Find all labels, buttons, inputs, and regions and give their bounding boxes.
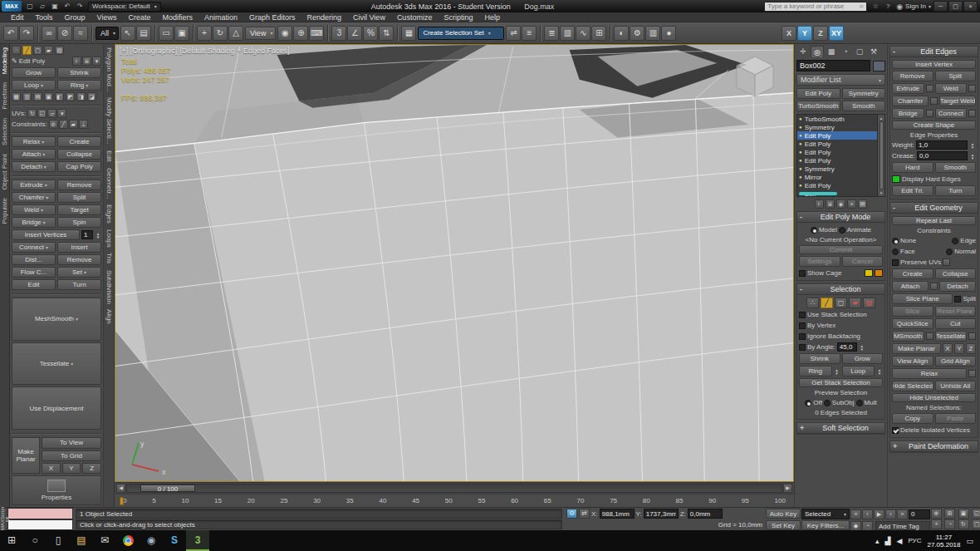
modifier-stack-item[interactable]: ● Edit Poly bbox=[797, 148, 877, 156]
spinner[interactable]: ▴▾ bbox=[95, 232, 101, 239]
unhide-all-button[interactable]: Unhide All bbox=[935, 381, 977, 391]
workspace-dropdown[interactable]: Workspace: Default ▾ bbox=[88, 2, 161, 12]
unwrap-uvw-icon[interactable]: ▱ bbox=[47, 109, 56, 118]
next-frame-icon[interactable]: › bbox=[885, 509, 896, 519]
ignore-backfacing-checkbox[interactable] bbox=[799, 333, 806, 340]
show-cage-checkbox[interactable] bbox=[799, 270, 806, 277]
constraint-none-icon[interactable]: ⊘ bbox=[49, 120, 58, 129]
time-slider-handle[interactable]: 0 / 100 bbox=[140, 485, 195, 492]
time-configuration-icon[interactable]: ◔ bbox=[862, 521, 873, 531]
modifier-set-button[interactable]: Symmetry bbox=[842, 88, 886, 99]
modifier-stack[interactable]: ● TurboSmooth ● Symmetry ● Edit Poly ● E… bbox=[797, 115, 877, 196]
show-end-result-icon[interactable]: ≣ bbox=[826, 199, 835, 209]
menu-item[interactable]: Scripting bbox=[438, 12, 478, 22]
polygon-subobject-icon[interactable]: ▰ bbox=[849, 298, 861, 308]
align-icon[interactable]: ≡ bbox=[522, 26, 537, 41]
time-slider-track[interactable]: 0 / 100 bbox=[126, 484, 782, 493]
menu-item[interactable]: Rendering bbox=[301, 12, 348, 22]
percent-snap-icon[interactable]: % bbox=[363, 26, 378, 41]
mirror-icon[interactable]: ⇌ bbox=[506, 26, 521, 41]
keyboard-shortcut-override-icon[interactable]: ⌨ bbox=[309, 26, 324, 41]
distance-connect-button[interactable]: Dist... bbox=[12, 254, 56, 265]
view-align-button[interactable]: View Align bbox=[892, 356, 933, 367]
by-vertex-checkbox[interactable] bbox=[799, 322, 806, 329]
select-object-icon[interactable]: ↖ bbox=[120, 26, 135, 41]
edge-mode-icon[interactable]: ╱ bbox=[22, 46, 32, 55]
collapse-stack-mini-icon[interactable]: ▾ bbox=[92, 57, 101, 66]
constraint-none-radio[interactable] bbox=[892, 238, 899, 244]
constraint-normal-radio[interactable] bbox=[946, 248, 953, 255]
tweak-uv-icon[interactable]: ↻ bbox=[27, 109, 37, 118]
track-bar[interactable]: 0510152025303540455055606570758085909510… bbox=[115, 494, 794, 507]
align-to-view-button[interactable]: To View bbox=[42, 437, 101, 449]
extrude-settings-icon[interactable] bbox=[926, 85, 933, 92]
extrude-button[interactable]: Extrude▾ bbox=[12, 180, 56, 190]
infocenter-help-icon[interactable]: ? bbox=[882, 2, 894, 12]
new-scene-icon[interactable]: ▢ bbox=[24, 2, 36, 12]
bridge-edge-button[interactable]: Bridge bbox=[892, 108, 924, 119]
model-mode-radio[interactable] bbox=[811, 227, 817, 234]
menu-item[interactable]: Views bbox=[91, 12, 123, 22]
infocenter-star-icon[interactable]: ☆ bbox=[870, 2, 881, 12]
modifier-stack-item[interactable]: ● Symmetry bbox=[797, 123, 877, 131]
undo-quick-icon[interactable]: ↶ bbox=[61, 2, 73, 12]
hierarchy-tab-icon[interactable]: ▦ bbox=[825, 46, 838, 57]
remove-loop-icon[interactable]: ▣ bbox=[44, 92, 53, 101]
chrome-icon[interactable] bbox=[116, 530, 140, 551]
relax-settings-icon[interactable] bbox=[968, 370, 976, 377]
axis-x-toggle[interactable]: X bbox=[782, 26, 796, 41]
detach-geometry-button[interactable]: Detach bbox=[939, 281, 976, 292]
maximize-button[interactable]: ▢ bbox=[948, 1, 963, 12]
material-editor-icon[interactable]: ◐ bbox=[614, 26, 629, 41]
create-geometry-button[interactable]: Create bbox=[892, 268, 933, 279]
ribbon-tab-modeling[interactable]: Modeling bbox=[0, 47, 9, 74]
zoom-all-icon[interactable]: ⊞ bbox=[944, 509, 955, 519]
relax-button[interactable]: Relax▾ bbox=[12, 136, 56, 147]
build-corner-icon[interactable]: ◩ bbox=[66, 92, 75, 101]
remove-edge-button[interactable]: Remove bbox=[892, 71, 933, 81]
repeat-last-button[interactable]: Repeat Last bbox=[892, 216, 976, 225]
menu-item[interactable]: Tools bbox=[30, 12, 59, 22]
copy-selection-button[interactable]: Copy bbox=[892, 413, 933, 424]
menu-item[interactable]: Help bbox=[478, 12, 506, 22]
go-to-end-icon[interactable]: » bbox=[897, 509, 908, 519]
select-and-move-icon[interactable]: + bbox=[197, 26, 212, 41]
menu-item[interactable]: Edit bbox=[5, 12, 30, 22]
redo-icon[interactable]: ↷ bbox=[19, 26, 34, 41]
time-slider-right-arrow-icon[interactable]: ▶ bbox=[783, 484, 792, 493]
weld-button[interactable]: Weld▾ bbox=[12, 204, 56, 215]
slice-plane-button[interactable]: Slice Plane bbox=[892, 293, 953, 304]
3ds-max-taskbar-icon[interactable]: 3 bbox=[186, 530, 209, 551]
spinner[interactable]: ▴▾ bbox=[876, 368, 883, 375]
search-icon[interactable]: ○ bbox=[856, 2, 866, 10]
element-mode-icon[interactable]: ▧ bbox=[55, 46, 64, 55]
turn-edge-button[interactable]: Turn bbox=[935, 185, 977, 196]
file-explorer-icon[interactable]: ▤ bbox=[70, 530, 93, 551]
loop-button[interactable]: Loop▾ bbox=[12, 80, 56, 91]
ribbon-tab-object-paint[interactable]: Object Paint bbox=[0, 154, 9, 190]
modifier-list-dropdown[interactable]: Modifier List ▾ bbox=[796, 74, 885, 86]
extrude-edge-button[interactable]: Extrude bbox=[892, 83, 924, 94]
insert-button[interactable]: Insert bbox=[57, 242, 101, 253]
cancel-button[interactable]: Cancel bbox=[842, 256, 884, 267]
zoom-icon[interactable]: ⊕ bbox=[931, 509, 942, 519]
planar-y-button[interactable]: Y bbox=[954, 343, 964, 354]
modifier-stack-item[interactable]: ● Symmetry bbox=[797, 165, 877, 173]
go-to-start-icon[interactable]: « bbox=[850, 509, 861, 519]
rendered-frame-window-icon[interactable]: ▥ bbox=[645, 26, 660, 41]
menu-item[interactable]: Create bbox=[122, 12, 156, 22]
close-button[interactable]: × bbox=[963, 1, 978, 12]
modifier-visibility-icon[interactable]: ● bbox=[799, 141, 802, 146]
polygon-mode-icon[interactable]: ▰ bbox=[44, 46, 53, 55]
tessellate-button[interactable]: Tessellate▾ bbox=[12, 342, 101, 386]
edit-poly-mode-rollout-header[interactable]: - Edit Poly Mode bbox=[797, 212, 884, 223]
menu-item[interactable]: Graph Editors bbox=[243, 12, 301, 22]
msmooth-settings-icon[interactable] bbox=[926, 332, 933, 340]
collapse-geometry-button[interactable]: Collapse bbox=[935, 268, 977, 279]
edit-button[interactable]: Edit bbox=[12, 279, 56, 290]
modifier-set-button[interactable]: Smooth bbox=[842, 101, 886, 111]
ribbon-toggle-icon[interactable]: ▥ bbox=[560, 26, 575, 41]
ring-select-button[interactable]: Ring bbox=[799, 366, 832, 376]
stack-scrollbar[interactable]: ▴ ▾ bbox=[877, 115, 884, 196]
modifier-stack-item[interactable]: ● Edit Poly bbox=[797, 131, 877, 140]
